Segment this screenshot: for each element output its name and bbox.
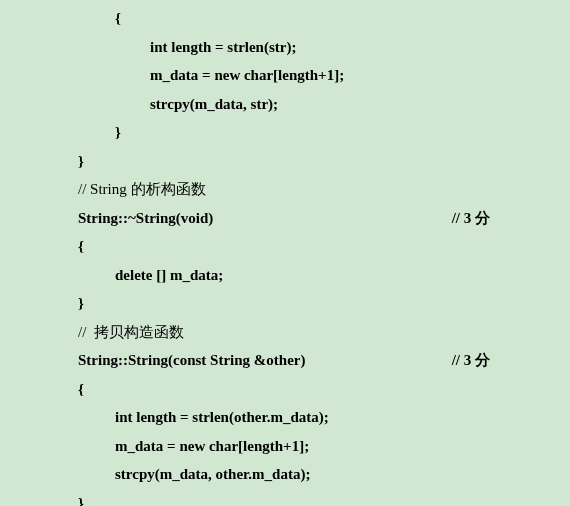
code-text: { — [78, 232, 84, 261]
code-text: { — [78, 375, 84, 404]
code-line: m_data = new char[length+1]; — [0, 61, 570, 90]
code-line: delete [] m_data; — [0, 261, 570, 290]
code-line: int length = strlen(str); — [0, 33, 570, 62]
code-text: } — [115, 118, 121, 147]
code-line: String::~String(void)// 3 分 — [0, 204, 570, 233]
code-text: strcpy(m_data, other.m_data); — [115, 460, 310, 489]
code-text: int length = strlen(other.m_data); — [115, 403, 329, 432]
code-comment: // String 的析构函数 — [78, 175, 206, 204]
code-line: { — [0, 232, 570, 261]
code-text: String::~String(void) — [78, 204, 213, 233]
code-block: { int length = strlen(str); m_data = new… — [0, 0, 570, 506]
code-text: delete [] m_data; — [115, 261, 223, 290]
code-note: // 3 分 — [452, 346, 490, 375]
code-line: { — [0, 4, 570, 33]
code-line: strcpy(m_data, other.m_data); — [0, 460, 570, 489]
code-line: int length = strlen(other.m_data); — [0, 403, 570, 432]
code-line: } — [0, 118, 570, 147]
code-text: } — [78, 147, 84, 176]
code-text: { — [115, 4, 121, 33]
code-comment: // 拷贝构造函数 — [78, 318, 184, 347]
code-text: String::String(const String &other) — [78, 346, 305, 375]
code-line: String::String(const String &other)// 3 … — [0, 346, 570, 375]
code-text: } — [78, 289, 84, 318]
code-text: m_data = new char[length+1]; — [150, 61, 344, 90]
code-text: } — [78, 489, 84, 507]
code-line: } — [0, 489, 570, 507]
code-text: int length = strlen(str); — [150, 33, 296, 62]
code-note: // 3 分 — [452, 204, 490, 233]
code-text: strcpy(m_data, str); — [150, 90, 278, 119]
code-line: strcpy(m_data, str); — [0, 90, 570, 119]
code-line: } — [0, 289, 570, 318]
code-line: // String 的析构函数 — [0, 175, 570, 204]
code-text: m_data = new char[length+1]; — [115, 432, 309, 461]
code-line: m_data = new char[length+1]; — [0, 432, 570, 461]
code-line: { — [0, 375, 570, 404]
code-line: } — [0, 147, 570, 176]
code-line: // 拷贝构造函数 — [0, 318, 570, 347]
